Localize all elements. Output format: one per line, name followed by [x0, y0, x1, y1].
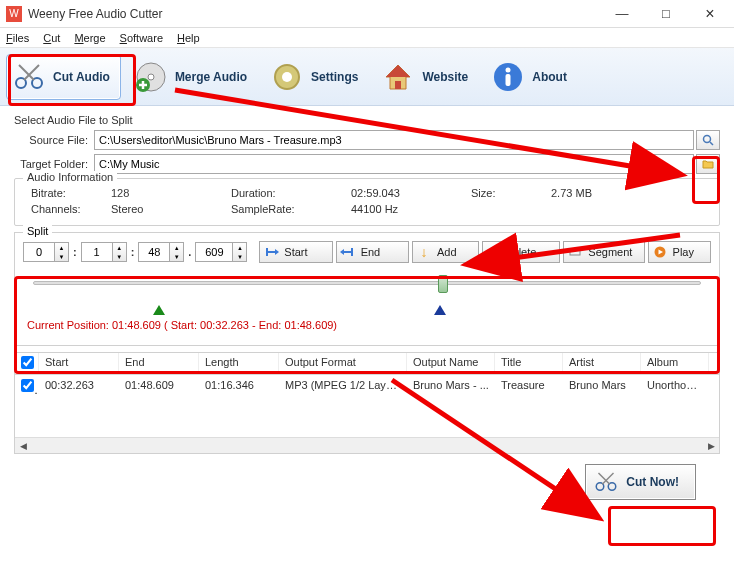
toolbar-about[interactable]: About: [486, 55, 577, 99]
down-arrow-icon: ↓: [417, 245, 431, 259]
duration-label: Duration:: [231, 187, 351, 199]
cell-format: MP3 (MPEG 1/2 Layer 3): [279, 377, 407, 396]
ms-input[interactable]: [195, 242, 233, 262]
dropdown-chevron-icon: ▼: [544, 249, 551, 256]
target-folder-label: Target Folder:: [14, 158, 94, 170]
x-icon: ×: [487, 245, 498, 259]
size-value: 2.73 MB: [551, 187, 631, 199]
source-file-label: Source File:: [14, 134, 94, 146]
magnifier-icon: [702, 134, 714, 146]
table-row[interactable]: 00:32.263 01:48.609 01:16.346 MP3 (MPEG …: [15, 375, 719, 398]
svg-rect-25: [570, 249, 580, 255]
seconds-input[interactable]: [138, 242, 170, 262]
browse-source-button[interactable]: [696, 130, 720, 150]
menu-help[interactable]: Help: [177, 32, 200, 44]
callout-box: [608, 506, 716, 546]
title-bar: W Weeny Free Audio Cutter — □ ×: [0, 0, 734, 28]
delete-button[interactable]: ×Delete▼: [482, 241, 560, 263]
bitrate-label: Bitrate:: [31, 187, 111, 199]
col-format[interactable]: Output Format: [279, 353, 407, 374]
toolbar-merge-label: Merge Audio: [175, 70, 247, 84]
toolbar-cut-audio[interactable]: Cut Audio: [6, 54, 121, 100]
minimize-button[interactable]: —: [600, 0, 644, 28]
toolbar-settings[interactable]: Settings: [265, 55, 368, 99]
col-artist[interactable]: Artist: [563, 353, 641, 374]
toolbar: Cut Audio Merge Audio Settings Website A…: [0, 48, 734, 106]
col-end[interactable]: End: [119, 353, 199, 374]
minutes-input[interactable]: [81, 242, 113, 262]
audio-info-section: Audio Information Bitrate: 128 Duration:…: [14, 178, 720, 226]
minutes-spinner[interactable]: ▲▼: [81, 242, 127, 262]
col-start[interactable]: Start: [39, 353, 119, 374]
split-legend: Split: [23, 225, 52, 237]
channels-value: Stereo: [111, 203, 231, 215]
col-name[interactable]: Output Name: [407, 353, 495, 374]
size-label: Size:: [471, 187, 551, 199]
toolbar-settings-label: Settings: [311, 70, 358, 84]
ms-spinner[interactable]: ▲▼: [195, 242, 247, 262]
close-button[interactable]: ×: [688, 0, 732, 28]
horizontal-scrollbar[interactable]: ◀ ▶: [15, 437, 719, 453]
info-icon: [490, 59, 526, 95]
scroll-right-button[interactable]: ▶: [703, 438, 719, 454]
end-marker-icon: [434, 305, 446, 315]
cell-artist: Bruno Mars: [563, 377, 641, 396]
menu-files[interactable]: Files: [6, 32, 29, 44]
hours-input[interactable]: [23, 242, 55, 262]
browse-target-button[interactable]: [696, 154, 720, 174]
end-marker-icon: [341, 245, 355, 259]
bitrate-value: 128: [111, 187, 231, 199]
menu-cut[interactable]: Cut: [43, 32, 60, 44]
folder-icon: [702, 158, 714, 170]
hours-spinner[interactable]: ▲▼: [23, 242, 69, 262]
svg-marker-12: [386, 65, 410, 77]
audio-info-legend: Audio Information: [23, 171, 117, 183]
toolbar-cut-label: Cut Audio: [53, 70, 110, 84]
row-checkbox[interactable]: [21, 379, 34, 392]
col-checkbox[interactable]: [15, 353, 39, 374]
scroll-left-button[interactable]: ◀: [15, 438, 31, 454]
menu-software[interactable]: Software: [120, 32, 163, 44]
channels-label: Channels:: [31, 203, 111, 215]
duration-value: 02:59.043: [351, 187, 471, 199]
scissors-icon: [594, 470, 618, 494]
cell-end: 01:48.609: [119, 377, 199, 396]
maximize-button[interactable]: □: [644, 0, 688, 28]
window-title: Weeny Free Audio Cutter: [28, 7, 600, 21]
cd-plus-icon: [133, 59, 169, 95]
toolbar-merge-audio[interactable]: Merge Audio: [129, 55, 257, 99]
menu-merge[interactable]: Merge: [74, 32, 105, 44]
seconds-spinner[interactable]: ▲▼: [138, 242, 184, 262]
menu-bar: Files Cut Merge Software Help: [0, 28, 734, 48]
end-button[interactable]: End: [336, 241, 409, 263]
scissors-icon: [11, 59, 47, 95]
cell-name: Bruno Mars - ...: [407, 377, 495, 396]
svg-point-17: [704, 136, 711, 143]
toolbar-website[interactable]: Website: [376, 55, 478, 99]
svg-point-15: [506, 67, 511, 72]
samplerate-value: 44100 Hz: [351, 203, 471, 215]
col-length[interactable]: Length: [199, 353, 279, 374]
col-album[interactable]: Album: [641, 353, 709, 374]
target-folder-input[interactable]: [94, 154, 694, 174]
position-slider[interactable]: [33, 277, 701, 301]
play-icon: [653, 245, 667, 259]
gear-icon: [269, 59, 305, 95]
cut-now-button[interactable]: Cut Now!: [585, 464, 696, 500]
start-button[interactable]: Start: [259, 241, 332, 263]
add-button[interactable]: ↓Add: [412, 241, 479, 263]
segment-button[interactable]: Segment: [563, 241, 644, 263]
app-icon: W: [6, 6, 22, 22]
svg-marker-24: [340, 249, 344, 255]
toolbar-website-label: Website: [422, 70, 468, 84]
cell-album: Unorthodox: [641, 377, 709, 396]
start-marker-icon: [264, 245, 278, 259]
svg-line-18: [710, 142, 713, 145]
slider-handle[interactable]: [438, 275, 448, 293]
col-title[interactable]: Title: [495, 353, 563, 374]
toolbar-about-label: About: [532, 70, 567, 84]
segments-table: Start End Length Output Format Output Na…: [14, 352, 720, 454]
svg-point-10: [282, 72, 292, 82]
source-file-input[interactable]: [94, 130, 694, 150]
play-button[interactable]: Play: [648, 241, 711, 263]
